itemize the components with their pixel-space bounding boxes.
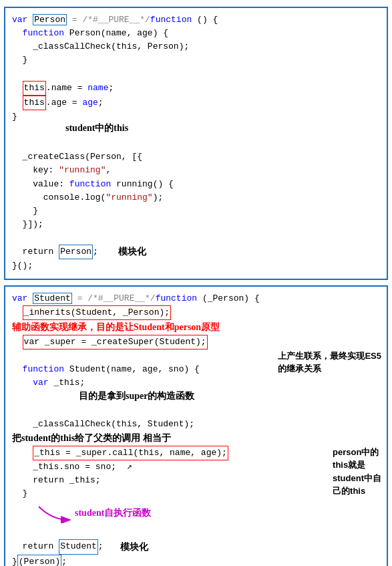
code-line: } (12, 110, 383, 124)
ann-es5-block: 上产生联系，最终实现ES5 的继承关系 (278, 349, 381, 376)
code-line: return Person; 模块化 (12, 245, 383, 259)
comment: = /*#__PURE__*/ (67, 15, 150, 25)
ann-es5-row: function Student(name, age, sno) { var _… (12, 349, 383, 390)
code-indent (12, 446, 33, 460)
code-text: _classCallCheck(this, Person); (12, 41, 189, 51)
code-text: running() { (111, 179, 174, 189)
annotation-text-super: 目的是拿到super的构造函数 (79, 391, 194, 401)
string-val: "running" (106, 192, 152, 202)
code-indent (12, 335, 23, 349)
annotation-self-exec-row: student自执行函数 (32, 503, 383, 523)
ann-es5-line1: 上产生联系，最终实现ES5 (278, 349, 381, 363)
ann-person-this-line2: this就是 (333, 458, 381, 472)
code-line: value: function running() { (12, 178, 383, 191)
arrow-self-exec (32, 503, 72, 523)
code-line: } (12, 487, 383, 501)
code-text: }(); (12, 261, 33, 271)
code-line: }(Person); (12, 555, 383, 567)
code-text: (_Person) { (197, 293, 260, 303)
keyword: name (87, 82, 108, 95)
string-val: "running" (59, 165, 106, 175)
super-highlight: var _super = _createSuper(Student); (23, 335, 208, 349)
code-line: return Student; 模块化 (12, 539, 383, 554)
ann-person-this-block: person中的 this就是 student中自 己的this (333, 446, 381, 498)
code-text: value: (12, 179, 69, 189)
code-text: .age = (46, 96, 83, 110)
code-text (12, 378, 33, 388)
code-text: _classCallCheck(this, Student); (12, 419, 194, 429)
this-highlight-1: this (23, 81, 46, 96)
comment: = /*#__PURE__*/ (72, 293, 156, 303)
code-line: _inherits(Student, _Person); (12, 305, 383, 320)
code-text: .name = (46, 82, 87, 95)
code-line: this.age = age; (12, 96, 383, 110)
code-text: } (12, 555, 17, 567)
code-block-super-call: _this = _super.call(this, name, age); _t… (12, 446, 383, 487)
code-line: return _this; (12, 474, 383, 487)
code-line: _this.sno = sno; ↗ (12, 460, 383, 474)
code-text: Person(name, age) { (64, 28, 168, 38)
super-call-row: _this = _super.call(this, name, age); _t… (12, 446, 383, 487)
code-text: ; (108, 82, 114, 95)
code-line: _classCallCheck(this, Person); (12, 40, 383, 53)
code-section-2: var Student = /*#__PURE__*/function (_Pe… (4, 285, 388, 566)
code-text: , (106, 165, 111, 175)
code-line (12, 137, 383, 150)
code-text: console.log( (12, 192, 106, 202)
person-arg-highlight: (Person) (17, 555, 61, 567)
code-indent (12, 96, 23, 110)
code-text: ; (98, 540, 104, 553)
code-text: } (12, 112, 17, 122)
code-indent (12, 82, 23, 95)
this-highlight-2: this (23, 96, 46, 110)
code-text: Student(name, age, sno) { (64, 364, 200, 374)
person-highlight: Person (33, 14, 67, 25)
student-highlight: Student (33, 293, 72, 304)
code-text (12, 364, 23, 374)
annotation-text-parent: 把student的this给了父类的调用 相当于 (12, 433, 171, 443)
code-line: _this = _super.call(this, name, age); (12, 446, 383, 460)
modularize-label-2: 模块化 (120, 540, 148, 555)
keyword: function (150, 15, 192, 25)
annotation-text: student中的this (65, 123, 128, 133)
annotation-parent-call: 把student的this给了父类的调用 相当于 (12, 432, 383, 444)
ann-person-this-line1: person中的 (333, 446, 381, 459)
code-indent (12, 306, 23, 319)
code-line: var _this; (12, 376, 383, 390)
keyword: var (12, 15, 33, 25)
code-line: } (12, 204, 383, 218)
annotation-super: 目的是拿到super的构造函数 (79, 390, 383, 402)
keyword: function (23, 28, 64, 38)
ann-es5-line2: 的继承关系 (278, 362, 381, 376)
ann-person-this-line4: 己的this (333, 484, 381, 498)
code-text: }]); (12, 219, 43, 229)
this-super-call-highlight: _this = _super.call(this, name, age); (33, 446, 228, 460)
code-line: this.name = name; (12, 81, 383, 96)
student-return-highlight: Student (59, 539, 98, 554)
keyword: var (12, 293, 33, 303)
annotation-text-self-exec: student自执行函数 (75, 507, 151, 519)
code-text: ; (93, 245, 98, 259)
annotation-inherit: 辅助函数实现继承，目的是让Student和person原型 (12, 321, 383, 333)
code-text: ; (98, 96, 104, 110)
code-line: _classCallCheck(this, Student); (12, 418, 383, 431)
code-section-1: var Person = /*#__PURE__*/function () { … (4, 7, 388, 280)
code-text: _this; (49, 378, 85, 388)
ann-person-this-line3: student中自 (333, 472, 381, 485)
code-line: var Student = /*#__PURE__*/function (_Pe… (12, 292, 383, 305)
person-return-highlight: Person (59, 245, 93, 259)
code-line: var _super = _createSuper(Student); (12, 335, 383, 349)
keyword: function (69, 179, 111, 189)
code-text (12, 28, 23, 38)
keyword: function (156, 293, 197, 303)
code-text: _this.sno = sno; ↗ (12, 462, 132, 472)
keyword: var (33, 378, 48, 388)
code-line: }]); (12, 218, 383, 231)
code-text: () { (192, 15, 218, 25)
annotation-text-red: 辅助函数实现继承，目的是让Student和person原型 (12, 322, 220, 332)
code-line (12, 526, 383, 539)
code-text: return (12, 245, 59, 259)
code-text: return (12, 540, 59, 553)
code-line (12, 404, 383, 417)
code-line: _createClass(Person, [{ (12, 150, 383, 164)
